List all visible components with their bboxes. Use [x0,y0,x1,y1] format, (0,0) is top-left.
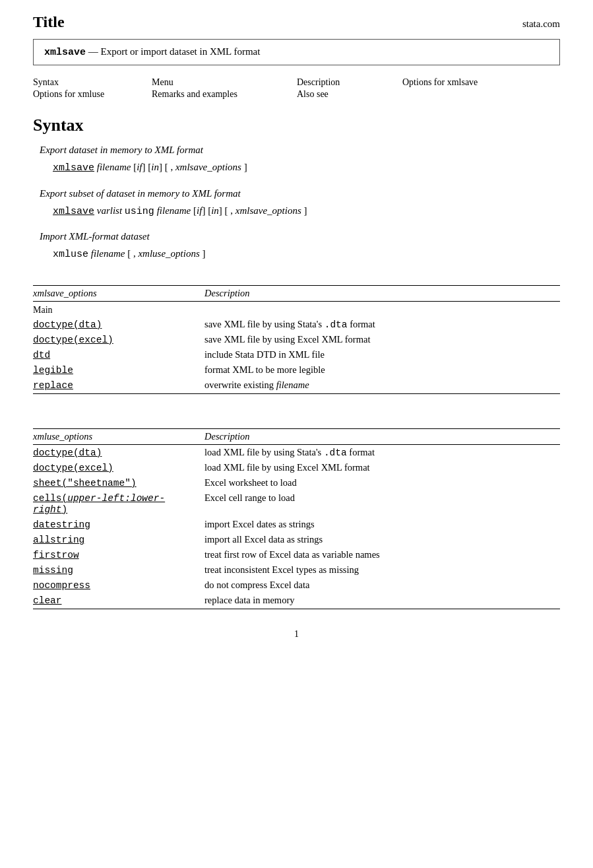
xmlsave-section-label: Main [33,301,204,317]
xmlsave-options-table: xmlsave_options Description Main doctype… [33,285,560,394]
nav-syntax[interactable]: Syntax [33,77,152,88]
xmlsave-options-2: xmlsave_options [235,205,301,216]
xmluse-desc-7: treat first row of Excel data as variabl… [204,547,560,562]
section-heading-syntax: Syntax [33,116,560,135]
syntax-block-2: Export subset of dataset in memory to XM… [33,188,560,220]
xmlsave-option-4: legible [33,362,204,378]
bracket-close-1: ] [244,162,247,172]
spacer-2 [33,407,560,418]
xmluse-desc-2: load XML file by using Excel XML format [204,460,560,475]
syntax-label-2: Export subset of dataset in memory to XM… [40,188,560,199]
spacer-3 [33,418,560,428]
bracket-comma-3: [ , [127,248,138,259]
xmluse-desc-4: Excel cell range to load [204,490,560,517]
syntax-label-3: Import XML-format dataset [40,231,560,242]
xmluse-row-4: cells(upper-left:lower-right) Excel cell… [33,490,560,517]
xmlsave-desc-4: format XML to be more legible [204,362,560,378]
xmlsave-option-3: dtd [33,347,204,362]
xmluse-desc-1: load XML file by using Stata's .dta form… [204,444,560,460]
xmluse-option-8: missing [33,562,204,578]
syntax-label-1: Export dataset in memory to XML format [40,145,560,156]
bracket-in-2-close: ] [219,205,222,216]
nav-also-see[interactable]: Also see [297,89,402,100]
xmlsave-col1-header: xmlsave_options [33,285,204,301]
xmlsave-row-3: dtd include Stata DTD in XML file [33,347,560,362]
xmluse-option-7: firstrow [33,547,204,562]
bracket-close-2: ] [304,205,307,216]
nav-links: Syntax Menu Description Options for xmls… [33,77,560,100]
xmluse-desc-10: replace data in memory [204,593,560,609]
xmluse-row-3: sheet("sheetname") Excel worksheet to lo… [33,475,560,490]
xmlsave-option-5: replace [33,378,204,394]
xmluse-row-1: doctype(dta) load XML file by using Stat… [33,444,560,460]
syntax-line-1: xmlsave filename [if] [in] [ , xmlsave_o… [53,160,560,176]
xmluse-options-3: xmluse_options [138,248,199,259]
bracket-if-2-close: ] [202,205,205,216]
xmluse-row-9: nocompress do not compress Excel data [33,578,560,593]
nav-empty [402,89,534,100]
nav-options-xmlsave[interactable]: Options for xmlsave [402,77,534,88]
xmluse-option-9: nocompress [33,578,204,593]
nav-remarks[interactable]: Remarks and examples [152,89,297,100]
xmluse-row-8: missing treat inconsistent Excel types a… [33,562,560,578]
xmluse-desc-8: treat inconsistent Excel types as missin… [204,562,560,578]
using-2: using [125,206,154,217]
xmluse-desc-6: import all Excel data as strings [204,532,560,547]
xmluse-option-4: cells(upper-left:lower-right) [33,490,204,517]
nav-menu[interactable]: Menu [152,77,297,88]
xmluse-desc-5: import Excel dates as strings [204,517,560,532]
xmlsave-options-1: xmlsave_options [175,162,241,172]
if-1: if [137,162,142,172]
command-separator: — [86,46,101,57]
xmlsave-row-4: legible format XML to be more legible [33,362,560,378]
xmlsave-col2-header: Description [204,285,560,301]
xmluse-row-5: datestring import Excel dates as strings [33,517,560,532]
filename-2: filename [157,205,193,216]
nav-description[interactable]: Description [297,77,402,88]
xmlsave-desc-2: save XML file by using Excel XML format [204,332,560,347]
xmluse-col1-header: xmluse_options [33,428,204,444]
bracket-close-3: ] [203,248,206,259]
syntax-line-3: xmluse filename [ , xmluse_options ] [53,246,560,263]
command-description: Export or import dataset in XML format [101,46,261,57]
bracket-in-1-close: ] [159,162,162,172]
page-number: 1 [33,629,560,640]
page-title: Title [33,13,65,31]
command-name: xmlsave [44,47,86,58]
xmlsave-desc-3: include Stata DTD in XML file [204,347,560,362]
xmlsave-row-2: doctype(excel) save XML file by using Ex… [33,332,560,347]
xmluse-options-table: xmluse_options Description doctype(dta) … [33,428,560,609]
xmluse-option-6: allstring [33,532,204,547]
xmlsave-cmd-2: xmlsave [53,206,94,217]
xmluse-row-7: firstrow treat first row of Excel data a… [33,547,560,562]
filename-1: filename [97,162,133,172]
comma-1: [ , [165,162,175,172]
xmluse-row-10: clear replace data in memory [33,593,560,609]
syntax-block-3: Import XML-format dataset xmluse filenam… [33,231,560,263]
nav-options-xmluse[interactable]: Options for xmluse [33,89,152,100]
xmluse-desc-9: do not compress Excel data [204,578,560,593]
page: Title stata.com xmlsave — Export or impo… [0,0,593,868]
xmlsave-cmd-1: xmlsave [53,162,94,174]
bracket-if-1-close: ] [142,162,146,172]
xmluse-option-3: sheet("sheetname") [33,475,204,490]
comma-2: [ , [225,205,235,216]
in-2: in [211,205,219,216]
xmluse-option-5: datestring [33,517,204,532]
xmluse-cmd-3: xmluse [53,249,88,260]
command-box: xmlsave — Export or import dataset in XM… [33,39,560,65]
xmlsave-desc-5: overwrite existing filename [204,378,560,394]
varlist-2: varlist [97,205,125,216]
xmlsave-option-1: doctype(dta) [33,317,204,332]
xmlsave-row-1: doctype(dta) save XML file by using Stat… [33,317,560,332]
syntax-line-2: xmlsave varlist using filename [if] [in]… [53,203,560,220]
xmluse-option-1: doctype(dta) [33,444,204,460]
spacer-1 [33,275,560,285]
xmluse-row-2: doctype(excel) load XML file by using Ex… [33,460,560,475]
in-1: in [151,162,159,172]
syntax-block-1: Export dataset in memory to XML format x… [33,145,560,176]
xmlsave-section-main: Main [33,301,560,317]
xmluse-row-6: allstring import all Excel data as strin… [33,532,560,547]
xmlsave-row-5: replace overwrite existing filename [33,378,560,394]
filename-3: filename [91,248,127,259]
